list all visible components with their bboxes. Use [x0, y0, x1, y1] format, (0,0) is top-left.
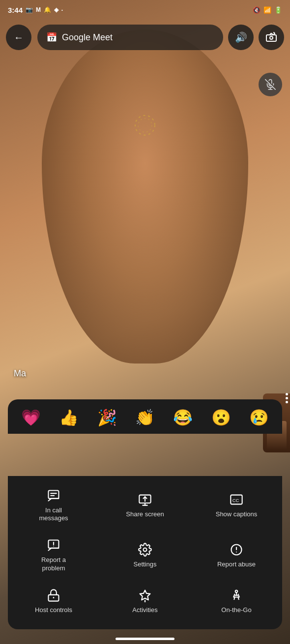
dot-icon: •: [61, 8, 63, 12]
status-time: 3:44: [8, 6, 23, 14]
report-abuse-icon: [230, 543, 243, 557]
wifi-icon: 📶: [263, 6, 271, 14]
flip-camera-button[interactable]: [259, 25, 284, 50]
share-screen-icon: [138, 493, 152, 506]
mail-icon: M: [36, 6, 41, 13]
app-title-bar: 📅 Google Meet: [37, 25, 223, 50]
emoji-bar: 💗 👍 🎉 👏 😂 😮 😢: [8, 399, 282, 434]
report-abuse-button[interactable]: Report abuse: [191, 530, 282, 580]
battery-icon: 🔋: [274, 6, 282, 14]
camera-icon: 📷: [26, 6, 33, 13]
sound-mute-icon: 🔇: [253, 6, 261, 14]
notification-icon: 🔔: [44, 6, 51, 13]
report-problem-icon: [47, 538, 60, 552]
report-problem-label: Report aproblem: [41, 556, 66, 573]
back-button[interactable]: ←: [6, 25, 31, 50]
svg-text:CC: CC: [232, 498, 239, 503]
in-call-messages-label: In callmessages: [39, 506, 68, 523]
activities-icon: [138, 588, 152, 602]
mic-off-icon: [265, 79, 276, 90]
host-controls-label: Host controls: [35, 606, 72, 615]
show-captions-button[interactable]: CC Show captions: [191, 480, 282, 530]
show-captions-label: Show captions: [216, 510, 258, 519]
on-the-go-label: On-the-Go: [221, 606, 251, 615]
emoji-heart[interactable]: 💗: [13, 406, 49, 429]
calendar-icon: 📅: [46, 32, 57, 43]
on-the-go-icon: [230, 588, 243, 602]
share-screen-button[interactable]: Share screen: [99, 480, 191, 530]
report-problem-button[interactable]: Report aproblem: [8, 530, 99, 580]
flip-camera-icon: [265, 31, 277, 43]
on-the-go-button[interactable]: On-the-Go: [191, 580, 282, 621]
back-icon: ←: [14, 32, 24, 43]
svg-rect-6: [49, 490, 59, 498]
more-options-button[interactable]: [286, 393, 288, 403]
svg-point-25: [236, 551, 237, 552]
settings-icon: [138, 543, 152, 557]
captions-icon: CC: [230, 493, 243, 506]
host-controls-icon: [47, 588, 60, 602]
in-call-messages-button[interactable]: In callmessages: [8, 480, 99, 530]
emoji-sad[interactable]: 😢: [241, 406, 277, 429]
activities-button[interactable]: Activities: [99, 580, 191, 621]
svg-point-22: [144, 548, 147, 551]
report-abuse-label: Report abuse: [217, 560, 256, 569]
speaker-icon: 🔊: [235, 31, 247, 43]
app-bar: ← 📅 Google Meet 🔊: [0, 20, 290, 55]
diamond-icon: ◈: [54, 6, 58, 13]
emoji-laugh[interactable]: 😂: [165, 406, 201, 429]
svg-marker-28: [140, 590, 150, 600]
host-controls-button[interactable]: Host controls: [8, 580, 99, 621]
emoji-thumbsup[interactable]: 👍: [51, 406, 87, 429]
emoji-clap[interactable]: 👏: [127, 406, 163, 429]
emoji-wow[interactable]: 😮: [203, 406, 239, 429]
loading-indicator: [133, 113, 157, 138]
home-indicator: [116, 638, 174, 640]
participant-name: Ma: [14, 368, 26, 379]
svg-point-19: [53, 546, 54, 547]
share-screen-label: Share screen: [126, 510, 164, 519]
app-title: Google Meet: [62, 32, 113, 43]
emoji-party[interactable]: 🎉: [89, 406, 125, 429]
activities-label: Activities: [132, 606, 157, 615]
settings-button[interactable]: Settings: [99, 530, 191, 580]
bottom-menu: In callmessages Share screen CC Show cap…: [8, 476, 282, 629]
settings-label: Settings: [134, 560, 157, 569]
svg-point-1: [138, 118, 152, 132]
status-bar: 3:44 📷 M 🔔 ◈ • 🔇 📶 🔋: [0, 0, 290, 20]
svg-point-2: [270, 36, 273, 39]
messages-icon: [47, 489, 60, 503]
mic-muted-overlay: [259, 73, 282, 96]
svg-point-27: [53, 597, 55, 598]
speaker-button[interactable]: 🔊: [228, 25, 254, 50]
